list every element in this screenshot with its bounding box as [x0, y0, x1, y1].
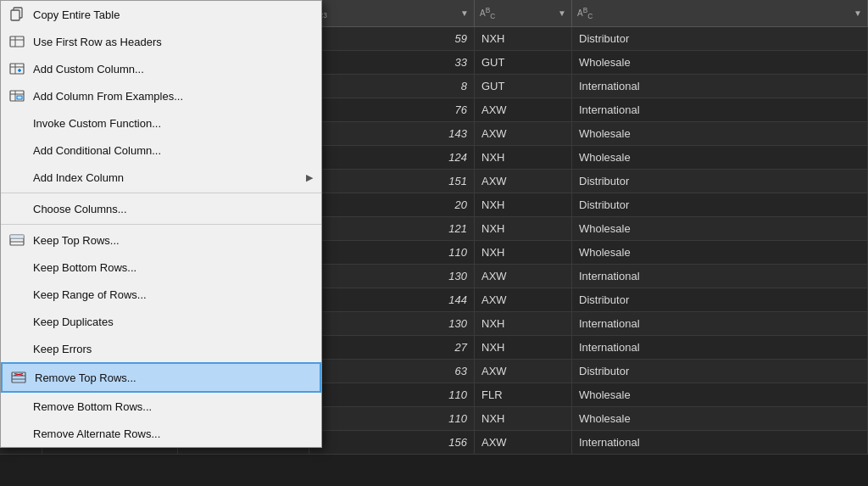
- cell-cust-index: 8: [309, 75, 475, 98]
- menu-item-choose-columns[interactable]: Choose Columns...: [1, 195, 321, 222]
- empty-icon: [8, 339, 26, 358]
- cell-channel: Distributor: [572, 288, 868, 311]
- menu-item-keep-range-of-rows[interactable]: Keep Range of Rows...: [1, 281, 321, 308]
- cell-cust-index: 20: [309, 193, 475, 216]
- menu-item-label: Keep Errors: [33, 343, 313, 355]
- empty-icon: [8, 424, 26, 443]
- cell-warehouse: NXH: [475, 407, 572, 430]
- cell-channel: Wholesale: [572, 407, 868, 430]
- menu-item-label: Keep Range of Rows...: [33, 288, 313, 301]
- menu-item-label: Use First Row as Headers: [33, 36, 313, 48]
- cell-channel: International: [572, 431, 868, 454]
- menu-item-label: Add Custom Column...: [33, 63, 313, 75]
- custom-col-icon: [8, 59, 26, 78]
- filter-arrow-customer-name[interactable]: ▼: [460, 8, 469, 18]
- empty-icon: [8, 397, 26, 416]
- menu-item-label: Keep Bottom Rows...: [33, 261, 313, 274]
- menu-item-add-column-from-examples[interactable]: Add Column From Examples...: [1, 82, 321, 109]
- menu-item-label: Remove Bottom Rows...: [33, 400, 313, 413]
- menu-item-label: Copy Entire Table: [33, 8, 313, 21]
- menu-item-label: Add Index Column: [33, 171, 306, 184]
- cell-warehouse: NXH: [475, 193, 572, 216]
- svg-rect-25: [12, 372, 25, 383]
- cell-channel: International: [572, 336, 868, 359]
- copy-icon: [8, 5, 26, 24]
- abc-channel-icon: ABC: [577, 6, 593, 20]
- cell-channel: Wholesale: [572, 241, 868, 264]
- cell-warehouse: NXH: [475, 27, 572, 50]
- col-header-warehouse[interactable]: ABC ▼: [475, 0, 572, 26]
- keep-rows-icon: [8, 231, 26, 249]
- menu-item-label: Remove Alternate Rows...: [33, 427, 313, 440]
- cell-cust-index: 110: [309, 241, 475, 264]
- svg-rect-12: [10, 64, 24, 74]
- cell-channel: International: [572, 75, 868, 98]
- example-col-icon: [8, 87, 26, 105]
- cell-warehouse: FLR: [475, 383, 572, 406]
- cell-cust-index: 144: [309, 288, 475, 311]
- empty-icon: [8, 258, 26, 277]
- cell-warehouse: NXH: [475, 336, 572, 359]
- menu-item-keep-errors[interactable]: Keep Errors: [1, 335, 321, 362]
- cell-warehouse: GUT: [475, 51, 572, 74]
- cell-warehouse: AXW: [475, 360, 572, 383]
- cell-cust-index: 110: [309, 407, 475, 430]
- menu-item-keep-bottom-rows[interactable]: Keep Bottom Rows...: [1, 254, 321, 281]
- submenu-arrow: ▶: [306, 172, 313, 183]
- cell-channel: Wholesale: [572, 51, 868, 74]
- menu-item-label: Keep Top Rows...: [33, 234, 313, 247]
- filter-arrow-channel[interactable]: ▼: [854, 8, 862, 18]
- remove-rows-icon: [9, 368, 28, 387]
- cell-cust-index: 156: [309, 431, 475, 454]
- menu-item-add-index-column[interactable]: Add Index Column ▶: [1, 164, 321, 191]
- cell-warehouse: AXW: [475, 98, 572, 121]
- menu-item-label: Add Conditional Column...: [33, 144, 313, 157]
- empty-icon: [8, 114, 26, 132]
- cell-cust-index: 76: [309, 98, 475, 121]
- col-header-customer-name-index[interactable]: 123 ▼: [309, 0, 475, 26]
- filter-arrow-warehouse[interactable]: ▼: [558, 8, 566, 18]
- empty-icon: [8, 285, 26, 304]
- empty-icon: [8, 312, 26, 331]
- cell-channel: Wholesale: [572, 146, 868, 169]
- cell-channel: Distributor: [572, 170, 868, 193]
- menu-item-keep-top-rows[interactable]: Keep Top Rows...: [1, 226, 321, 254]
- cell-channel: Distributor: [572, 193, 868, 216]
- cell-warehouse: AXW: [475, 170, 572, 193]
- context-menu: Copy Entire Table Use First Row as Heade…: [0, 0, 322, 448]
- svg-rect-8: [11, 10, 19, 20]
- cell-cust-index: 59: [309, 27, 475, 50]
- cell-cust-index: 151: [309, 170, 475, 193]
- cell-cust-index: 124: [309, 146, 475, 169]
- cell-cust-index: 130: [309, 312, 475, 335]
- cell-channel: Wholesale: [572, 217, 868, 240]
- cell-channel: International: [572, 312, 868, 335]
- cell-channel: Wholesale: [572, 383, 868, 406]
- cell-cust-index: 63: [309, 360, 475, 383]
- menu-item-keep-duplicates[interactable]: Keep Duplicates: [1, 308, 321, 335]
- menu-item-remove-top-rows[interactable]: Remove Top Rows...: [1, 362, 321, 393]
- abc-warehouse-icon: ABC: [480, 6, 495, 20]
- menu-item-invoke-custom-function[interactable]: Invoke Custom Function...: [1, 109, 321, 137]
- menu-item-add-conditional-column[interactable]: Add Conditional Column...: [1, 137, 321, 164]
- cell-cust-index: 130: [309, 265, 475, 288]
- col-header-channel[interactable]: ABC ▼: [572, 0, 868, 26]
- menu-item-label: Choose Columns...: [33, 203, 313, 215]
- cell-warehouse: NXH: [475, 312, 572, 335]
- empty-icon: [8, 168, 26, 187]
- menu-item-label: Invoke Custom Function...: [33, 117, 313, 130]
- cell-cust-index: 143: [309, 122, 475, 145]
- empty-icon: [8, 199, 26, 218]
- svg-rect-9: [10, 36, 24, 47]
- svg-rect-24: [10, 235, 24, 238]
- menu-item-copy-table[interactable]: Copy Entire Table: [1, 1, 321, 28]
- menu-item-remove-alternate-rows[interactable]: Remove Alternate Rows...: [1, 420, 321, 447]
- menu-item-label: Keep Duplicates: [33, 316, 313, 328]
- cell-warehouse: GUT: [475, 75, 572, 98]
- cell-warehouse: NXH: [475, 217, 572, 240]
- cell-cust-index: 110: [309, 383, 475, 406]
- menu-item-remove-bottom-rows[interactable]: Remove Bottom Rows...: [1, 393, 321, 420]
- menu-item-first-row-headers[interactable]: Use First Row as Headers: [1, 28, 321, 55]
- menu-item-add-custom-column[interactable]: Add Custom Column...: [1, 55, 321, 82]
- menu-divider: [1, 224, 321, 225]
